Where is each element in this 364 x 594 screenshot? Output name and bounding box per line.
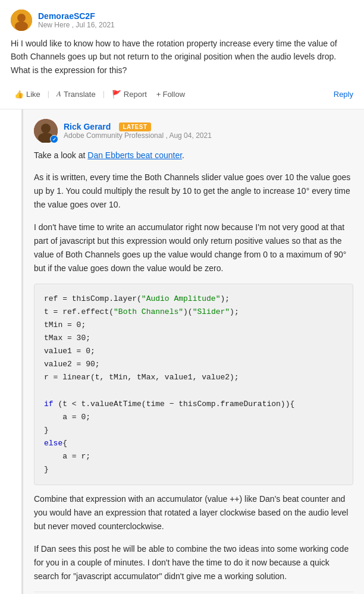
- post-body: Hi I would like to know how to have the …: [11, 37, 353, 77]
- code-line-2: tMin = 0;: [44, 319, 343, 332]
- code-line-8: if (t < t.valueAtTime(time − thisComp.fr…: [44, 398, 343, 411]
- follow-button[interactable]: + Follow: [153, 88, 189, 100]
- code-line-9: a = 0;: [44, 411, 343, 424]
- avatar: [11, 10, 32, 31]
- thumb-up-icon: 👍: [14, 90, 24, 99]
- post-header: DemoraeSC2F New Here , Jul 16, 2021: [11, 10, 353, 31]
- translate-button[interactable]: 𝐴 Translate: [53, 87, 99, 100]
- code-line-11: else{: [44, 437, 343, 450]
- like-button[interactable]: 👍 Like: [11, 88, 44, 100]
- divider-1: |: [48, 90, 49, 98]
- reply-user-meta: Adobe Community Professional , Aug 04, 2…: [64, 131, 212, 140]
- reply-header: ✓ Rick Gerard LATEST Adobe Community Pro…: [34, 119, 353, 143]
- plus-icon: +: [156, 90, 161, 99]
- latest-badge: LATEST: [119, 122, 150, 131]
- code-block: ref = thisComp.layer("Audio Amplitude");…: [34, 284, 353, 485]
- dan-ebberts-link[interactable]: Dan Ebberts beat counter: [87, 150, 182, 160]
- code-line-1: t = ref.effect("Both Channels")("Slider"…: [44, 306, 343, 319]
- post-user-meta: New Here , Jul 16, 2021: [38, 21, 115, 29]
- original-post: DemoraeSC2F New Here , Jul 16, 2021 Hi I…: [0, 0, 364, 109]
- like-label: Like: [26, 90, 40, 99]
- code-line-10: }: [44, 424, 343, 437]
- code-line-0: ref = thisComp.layer("Audio Amplitude");: [44, 293, 343, 306]
- reply-body-5: If Dan sees this post he will be able to…: [34, 542, 353, 583]
- svg-point-2: [15, 21, 28, 31]
- reply-action-bar: 👍 Like | 𝐴 Translate | 🚩 Report + Follow…: [34, 592, 353, 594]
- code-line-7: [44, 385, 343, 398]
- post-action-bar: 👍 Like | 𝐴 Translate | 🚩 Report + Follow…: [11, 84, 353, 104]
- flag-icon: 🚩: [112, 90, 121, 99]
- reply-button[interactable]: Reply: [334, 90, 353, 99]
- reply-body-4: Combine that expression with an accumula…: [34, 492, 353, 533]
- reply-post: ✓ Rick Gerard LATEST Adobe Community Pro…: [21, 109, 364, 594]
- post-user-info: DemoraeSC2F New Here , Jul 16, 2021: [38, 11, 115, 29]
- svg-point-1: [17, 14, 26, 22]
- code-line-5: value2 = 90;: [44, 358, 343, 371]
- code-line-12: a = r;: [44, 450, 343, 463]
- code-line-3: tMax = 30;: [44, 332, 343, 345]
- report-button[interactable]: 🚩 Report: [108, 88, 150, 100]
- divider-2: |: [103, 90, 105, 98]
- reply-body-2: As it is written, every time the Both Ch…: [34, 171, 353, 212]
- translate-label: Translate: [64, 90, 96, 99]
- code-line-13: }: [44, 463, 343, 476]
- code-line-4: value1 = 0;: [44, 345, 343, 358]
- translate-icon: 𝐴: [57, 89, 61, 99]
- reply-body-3: I don't have time to write an accumulato…: [34, 221, 353, 275]
- svg-point-4: [41, 124, 51, 133]
- reply-body-1: Take a look at Dan Ebberts beat counter.: [34, 149, 353, 162]
- reply-user-info: Rick Gerard LATEST Adobe Community Profe…: [64, 122, 212, 140]
- post-username[interactable]: DemoraeSC2F: [38, 11, 115, 21]
- reply-username[interactable]: Rick Gerard: [64, 122, 111, 131]
- code-line-6: r = linear(t, tMin, tMax, value1, value2…: [44, 371, 343, 384]
- report-label: Report: [124, 90, 147, 99]
- follow-label: Follow: [162, 90, 185, 99]
- reply-avatar: ✓: [34, 119, 58, 143]
